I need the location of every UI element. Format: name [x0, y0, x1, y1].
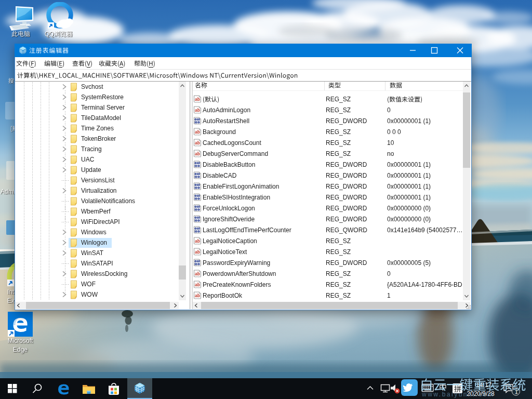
svg-text:ab: ab	[195, 271, 200, 276]
svg-text:ab: ab	[195, 97, 200, 102]
svg-text:ab: ab	[195, 238, 200, 244]
svg-text:ab: ab	[195, 151, 200, 156]
svg-text:ab: ab	[195, 108, 200, 113]
svg-text:ab: ab	[195, 282, 200, 287]
svg-text:ab: ab	[195, 129, 200, 135]
svg-text:ab: ab	[195, 249, 200, 255]
svg-text:ab: ab	[195, 140, 200, 145]
svg-text:ab: ab	[195, 293, 200, 298]
